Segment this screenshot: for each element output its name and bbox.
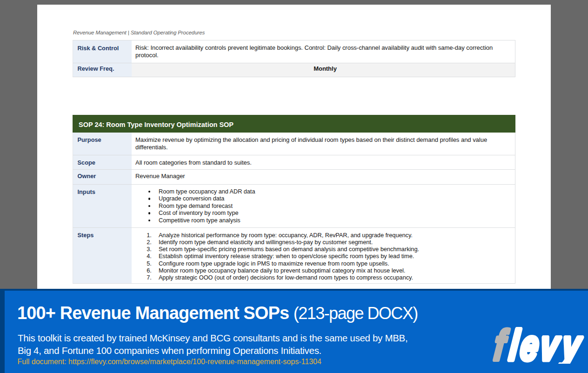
- svg-text:levy: levy: [507, 321, 585, 364]
- svg-text:f: f: [492, 321, 510, 364]
